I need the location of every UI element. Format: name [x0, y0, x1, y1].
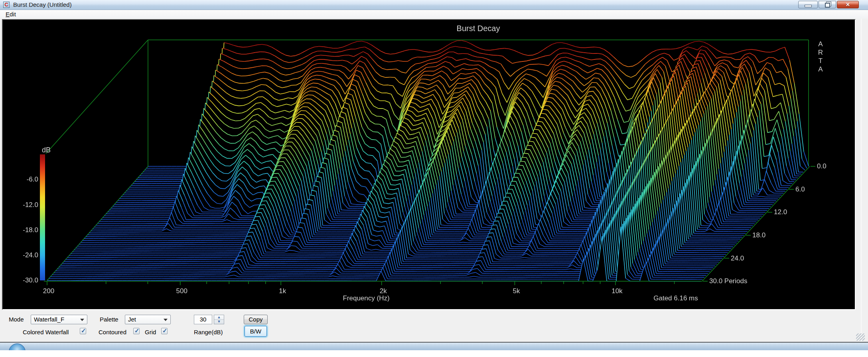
- range-input[interactable]: 30: [194, 315, 212, 324]
- grid-checkbox[interactable]: [161, 328, 168, 334]
- screen: { "window": { "title": "Burst Decay (Unt…: [0, 0, 868, 357]
- maximize-button[interactable]: [819, 1, 836, 8]
- mode-dropdown-value: Waterfall_F: [34, 316, 64, 323]
- bw-button[interactable]: B/W: [245, 326, 267, 337]
- menu-bar: Edit: [0, 10, 868, 19]
- background-window-strip: [0, 350, 868, 357]
- colored-waterfall-label: Colored Waterfall: [23, 327, 69, 337]
- close-button[interactable]: ✕: [837, 1, 859, 8]
- chevron-down-icon: [164, 319, 168, 321]
- mode-dropdown[interactable]: Waterfall_F: [31, 315, 87, 324]
- copy-button[interactable]: Copy: [244, 315, 268, 324]
- palette-dropdown-value: Jet: [128, 316, 136, 323]
- contoured-label: Contoured: [99, 327, 126, 337]
- spin-down-icon[interactable]: ▼: [214, 320, 224, 324]
- palette-label: Palette: [100, 315, 118, 324]
- maximize-icon: [825, 3, 830, 8]
- grid-label: Grid: [145, 327, 156, 337]
- contoured-checkbox[interactable]: [133, 328, 140, 334]
- resize-grip[interactable]: [856, 333, 865, 341]
- chevron-down-icon: [80, 319, 84, 321]
- range-db-label: Range(dB): [194, 327, 223, 337]
- range-spinner[interactable]: ▲ ▼: [214, 315, 224, 324]
- colored-waterfall-checkbox[interactable]: [80, 328, 86, 334]
- minimize-icon: [805, 5, 812, 7]
- window-title: Burst Decay (Untitled): [13, 0, 72, 10]
- mode-label: Mode: [9, 315, 24, 324]
- close-icon: ✕: [837, 1, 858, 8]
- palette-dropdown[interactable]: Jet: [125, 315, 171, 324]
- window-frame-line: [861, 19, 862, 342]
- taskbar: [0, 342, 868, 350]
- app-icon: C: [3, 2, 10, 8]
- menu-item-edit[interactable]: Edit: [3, 10, 19, 19]
- plot-frame: [2, 19, 856, 310]
- minimize-button[interactable]: [798, 1, 818, 8]
- burst-decay-waterfall-canvas: [3, 20, 855, 309]
- title-bar[interactable]: C Burst Decay (Untitled) ✕: [0, 0, 868, 10]
